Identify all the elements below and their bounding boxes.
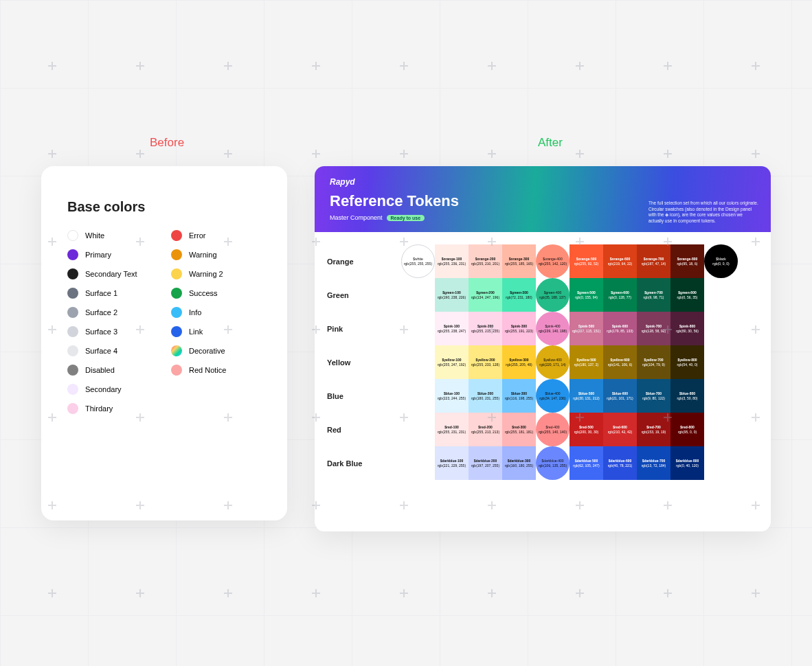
token-swatch: $blue-100rgb(223, 244, 255) <box>435 379 469 413</box>
token-swatch: $darkblue-500rgb(62, 105, 247) <box>569 446 603 480</box>
after-header: Rapyd Reference Tokens Master Component … <box>315 166 771 232</box>
token-row: Yellow$yellow-100rgb(255, 247, 192)$yell… <box>327 345 761 379</box>
token-swatch: $yellow-600rgb(141, 106, 6) <box>603 345 637 379</box>
row-label: Yellow <box>327 358 401 367</box>
color-item: Surface 1 <box>67 288 157 299</box>
grid-plus-icon <box>224 589 232 597</box>
token-swatch: $green-500rgb(0, 155, 94) <box>569 278 603 312</box>
color-swatch <box>171 307 182 318</box>
token-swatch: $yellow-300rgb(255, 205, 48) <box>502 345 536 379</box>
color-item: Success <box>171 288 261 299</box>
token-swatch: $blue-300rgb(116, 198, 255) <box>502 379 536 413</box>
row-label: Dark Blue <box>327 459 401 468</box>
token-swatch: $green-600rgb(0, 128, 77) <box>603 278 637 312</box>
token-swatch: $red-300rgb(255, 181, 181) <box>502 413 536 446</box>
color-label: Secondary Text <box>85 270 137 278</box>
grid-plus-icon <box>664 589 672 597</box>
token-swatch: $orange-500rgb(255, 92, 52) <box>569 244 603 278</box>
token-row: Dark Blue$darkblue-100rgb(221, 229, 255)… <box>327 446 761 480</box>
color-item: Warning <box>171 249 261 260</box>
before-label: Before <box>150 136 184 150</box>
token-swatch: $yellow-800rgb(54, 40, 0) <box>670 345 704 379</box>
grid-plus-icon <box>576 150 584 158</box>
grid-plus-icon <box>48 413 56 422</box>
token-swatch: $pink-200rgb(255, 215, 235) <box>469 312 502 345</box>
color-label: Secondary <box>85 385 122 393</box>
token-swatch: $yellow-200rgb(255, 233, 128) <box>469 345 502 379</box>
token-row: Pink$pink-100rgb(255, 238, 247)$pink-200… <box>327 312 761 345</box>
color-swatch <box>67 288 78 299</box>
grid-plus-icon <box>664 325 672 334</box>
token-swatch: $pink-400rgb(239, 140, 198) <box>536 312 569 345</box>
grid-plus-icon <box>136 325 144 334</box>
token-swatch: $darkblue-600rgb(40, 78, 221) <box>603 446 637 480</box>
grid-plus-icon <box>224 325 232 334</box>
color-item: Warning 2 <box>171 268 261 279</box>
after-subtitle: Master Component <box>330 214 383 221</box>
grid-plus-icon <box>576 501 584 509</box>
color-label: Warning 2 <box>189 270 223 278</box>
color-label: Surface 2 <box>85 308 117 317</box>
grid-plus-icon <box>136 589 144 597</box>
token-swatch: $orange-400rgb(255, 142, 120) <box>536 244 569 278</box>
token-swatch: $orange-100rgb(255, 236, 231) <box>435 244 469 278</box>
color-label: Surface 3 <box>85 328 117 336</box>
token-swatch: $red-500rgb(200, 30, 30) <box>569 413 603 446</box>
after-card: Rapyd Reference Tokens Master Component … <box>315 166 771 531</box>
token-swatch: $green-400rgb(35, 188, 137) <box>536 278 569 312</box>
token-swatch: $orange-800rgb(95, 18, 6) <box>670 244 704 278</box>
grid-plus-icon <box>488 325 496 334</box>
token-swatch: $blue-600rgb(21, 101, 171) <box>603 379 637 413</box>
color-swatch <box>67 268 78 279</box>
grid-plus-icon <box>48 325 56 334</box>
grid-plus-icon <box>48 238 56 246</box>
white-swatch: $whitergb(255, 255, 255) <box>401 244 435 278</box>
grid-plus-icon <box>400 150 408 158</box>
token-row: Green$green-100rgb(190, 238, 226)$green-… <box>327 278 761 312</box>
token-swatch: $pink-300rgb(255, 191, 223) <box>502 312 536 345</box>
token-swatch: $green-100rgb(190, 238, 226) <box>435 278 469 312</box>
token-swatch: $yellow-500rgb(180, 137, 2) <box>569 345 603 379</box>
token-row: Red$red-100rgb(255, 231, 231)$red-200rgb… <box>327 413 761 446</box>
grid-plus-icon <box>224 62 232 70</box>
token-swatch: $pink-100rgb(255, 238, 247) <box>435 312 469 345</box>
after-label: After <box>538 136 563 150</box>
grid-plus-icon <box>224 238 232 246</box>
grid-plus-icon <box>400 589 408 597</box>
color-item: Disabled <box>67 365 157 376</box>
color-swatch <box>67 365 78 376</box>
color-label: White <box>85 231 104 240</box>
grid-plus-icon <box>136 238 144 246</box>
row-label: Red <box>327 426 401 434</box>
color-label: Info <box>189 308 201 317</box>
token-swatch: $yellow-100rgb(255, 247, 192) <box>435 345 469 379</box>
grid-plus-icon <box>664 501 672 509</box>
grid-plus-icon <box>400 413 408 422</box>
grid-plus-icon <box>312 150 320 158</box>
token-swatch: $blue-400rgb(34, 147, 236) <box>536 379 569 413</box>
color-label: Error <box>189 231 205 240</box>
token-swatch: $orange-200rgb(255, 210, 201) <box>469 244 502 278</box>
grid-plus-icon <box>312 62 320 70</box>
color-item: Surface 4 <box>67 345 157 356</box>
grid-plus-icon <box>136 62 144 70</box>
token-swatch: $darkblue-300rgb(160, 180, 255) <box>502 446 536 480</box>
token-swatch: $red-600rgb(210, 42, 42) <box>603 413 637 446</box>
row-label: Green <box>327 291 401 299</box>
color-label: Surface 4 <box>85 347 117 355</box>
grid-plus-icon <box>400 238 408 246</box>
color-item: Thirdary <box>67 403 157 414</box>
token-swatch: $pink-800rgb(80, 30, 56) <box>670 312 704 345</box>
grid-plus-icon <box>576 325 584 334</box>
grid-plus-icon <box>576 62 584 70</box>
grid-plus-icon <box>312 501 320 509</box>
color-label: Warning <box>189 251 217 259</box>
token-swatch: $darkblue-100rgb(221, 229, 255) <box>435 446 469 480</box>
color-item: Info <box>171 307 261 318</box>
grid-plus-icon <box>664 62 672 70</box>
grid-plus-icon <box>664 238 672 246</box>
color-swatch <box>171 249 182 260</box>
token-swatch: $darkblue-200rgb(197, 207, 255) <box>469 446 502 480</box>
token-swatch: $orange-300rgb(255, 185, 165) <box>502 244 536 278</box>
grid-plus-icon <box>312 325 320 334</box>
